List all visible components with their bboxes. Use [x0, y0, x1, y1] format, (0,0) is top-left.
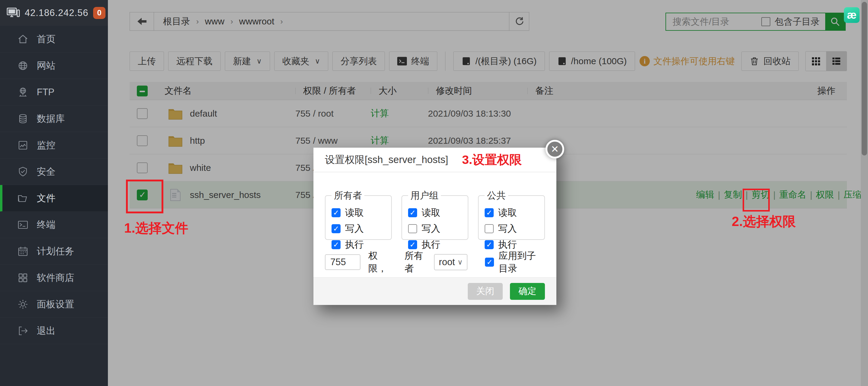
checkbox-checked-icon[interactable] — [332, 240, 341, 249]
sidebar-item-logout[interactable]: 退出 — [0, 318, 108, 344]
sidebar-item-label: 数据库 — [37, 112, 65, 125]
sidebar-item-label: 计划任务 — [37, 245, 74, 258]
public-group-legend: 公共 — [485, 189, 508, 202]
logout-icon — [18, 325, 28, 336]
annotation-step3: 3.设置权限 — [462, 152, 522, 168]
perm-option[interactable]: 执行 — [485, 238, 544, 251]
annotation-step1: 1.选择文件 — [124, 219, 188, 237]
checkbox-checked-icon[interactable] — [408, 240, 417, 249]
message-count-badge[interactable]: 0 — [93, 7, 105, 19]
perm-option[interactable]: 读取 — [332, 206, 391, 219]
sidebar-item-monitor[interactable]: 监控 — [0, 132, 108, 159]
aapanel-logo-badge[interactable]: æ — [844, 7, 860, 23]
sidebar-item-label: 网站 — [37, 59, 56, 72]
sidebar-item-sites[interactable]: 网站 — [0, 53, 108, 79]
confirm-button[interactable]: 确定 — [510, 283, 545, 300]
annotation-step2: 2.选择权限 — [732, 213, 796, 230]
owner-permission-group: 所有者 读取 写入 执行 — [325, 189, 392, 240]
sidebar: 42.186.242.56 0 首页 网站 FTP 数据库 监控 — [0, 0, 108, 386]
sidebar-item-label: 监控 — [37, 139, 56, 152]
home-icon — [18, 34, 28, 44]
perm-option-label: 读取 — [422, 206, 440, 219]
perm-option[interactable]: 执行 — [332, 238, 391, 251]
globe-icon — [18, 60, 28, 71]
perm-option[interactable]: 写入 — [485, 222, 544, 235]
perm-option[interactable]: 读取 — [408, 206, 468, 219]
server-header: 42.186.242.56 0 — [0, 0, 108, 26]
perm-option-label: 写入 — [345, 222, 364, 235]
group-permission-group: 用户组 读取 写入 执行 — [401, 189, 468, 240]
owner-select-value: root — [439, 257, 455, 267]
owner-group-legend: 所有者 — [332, 189, 364, 202]
checkbox-checked-icon[interactable] — [485, 258, 494, 267]
sidebar-item-label: 面板设置 — [37, 298, 74, 311]
sidebar-item-security[interactable]: 安全 — [0, 159, 108, 185]
bt-panel-app: 42.186.242.56 0 首页 网站 FTP 数据库 监控 — [0, 0, 868, 386]
sidebar-item-home[interactable]: 首页 — [0, 26, 108, 53]
perm-option-label: 读取 — [498, 206, 517, 219]
cancel-button[interactable]: 关闭 — [468, 283, 503, 300]
sidebar-item-database[interactable]: 数据库 — [0, 105, 108, 132]
public-permission-group: 公共 读取 写入 执行 — [478, 189, 545, 240]
perm-option-label: 读取 — [345, 206, 364, 219]
dialog-header: 设置权限[ssh_server_hosts] 3.设置权限 — [313, 148, 556, 172]
set-permissions-dialog: ✕ 设置权限[ssh_server_hosts] 3.设置权限 所有者 读取 写… — [313, 148, 556, 305]
dialog-body: 所有者 读取 写入 执行 用户组 读取 写入 执行 公共 读取 写入 执行 — [313, 172, 556, 275]
sidebar-item-ftp[interactable]: FTP — [0, 79, 108, 105]
checkbox-checked-icon[interactable] — [485, 240, 494, 249]
folder-icon — [18, 193, 28, 204]
permission-value-row: 权限， 所有者 root ∨ 应用到子目录 — [325, 250, 545, 275]
monitor-icon — [18, 140, 28, 151]
sidebar-item-label: 安全 — [37, 165, 56, 178]
group-group-legend: 用户组 — [408, 189, 441, 202]
checkbox-checked-icon[interactable] — [332, 208, 341, 217]
appstore-icon — [18, 272, 28, 283]
perm-option-label: 执行 — [498, 238, 517, 251]
checkbox-checked-icon[interactable] — [408, 208, 417, 217]
sidebar-item-terminal[interactable]: 终端 — [0, 212, 108, 238]
annotation-box-permission-link — [743, 189, 770, 212]
sidebar-item-label: 终端 — [37, 219, 56, 231]
permission-groups: 所有者 读取 写入 执行 用户组 读取 写入 执行 公共 读取 写入 执行 — [325, 189, 545, 240]
perm-option-label: 执行 — [345, 238, 364, 251]
permission-value-input[interactable] — [325, 254, 361, 270]
permission-label: 权限， — [368, 250, 393, 275]
perm-option-label: 写入 — [422, 222, 440, 235]
checkbox-checked-icon[interactable] — [332, 224, 341, 233]
perm-option[interactable]: 写入 — [408, 222, 468, 235]
checkbox-unchecked-icon[interactable] — [485, 224, 494, 233]
owner-label: 所有者 — [404, 250, 429, 275]
server-monitor-icon — [7, 7, 20, 19]
perm-option-label: 执行 — [422, 238, 440, 251]
checkbox-checked-icon[interactable] — [485, 208, 494, 217]
sidebar-item-settings[interactable]: 面板设置 — [0, 291, 108, 318]
sidebar-item-label: 软件商店 — [37, 271, 74, 284]
shield-icon — [18, 166, 28, 177]
sidebar-item-label: 退出 — [37, 324, 56, 337]
perm-option[interactable]: 执行 — [408, 238, 468, 251]
checkbox-unchecked-icon[interactable] — [408, 224, 417, 233]
sidebar-item-files[interactable]: 文件 — [0, 185, 108, 212]
chevron-down-icon: ∨ — [458, 258, 463, 266]
server-ip: 42.186.242.56 — [25, 7, 88, 19]
owner-select[interactable]: root ∨ — [434, 254, 467, 270]
apply-subdir-option[interactable]: 应用到子目录 — [485, 250, 545, 275]
perm-option-label: 写入 — [498, 222, 517, 235]
sidebar-item-label: 首页 — [37, 33, 56, 45]
dialog-footer: 关闭 确定 — [313, 277, 556, 305]
perm-option[interactable]: 写入 — [332, 222, 391, 235]
sidebar-item-label: FTP — [37, 87, 55, 98]
terminal-icon — [18, 219, 28, 230]
sidebar-item-label: 文件 — [37, 192, 56, 204]
database-icon — [18, 113, 28, 124]
sidebar-item-cron[interactable]: 计划任务 — [0, 238, 108, 264]
sidebar-nav: 首页 网站 FTP 数据库 监控 安全 — [0, 26, 108, 344]
ftp-icon — [18, 87, 28, 98]
close-icon[interactable]: ✕ — [546, 140, 564, 159]
apply-subdir-label: 应用到子目录 — [498, 250, 545, 275]
annotation-box-select-file — [126, 180, 163, 213]
sidebar-item-appstore[interactable]: 软件商店 — [0, 264, 108, 291]
dialog-title: 设置权限[ssh_server_hosts] — [325, 153, 448, 167]
calendar-icon — [18, 246, 28, 257]
perm-option[interactable]: 读取 — [485, 206, 544, 219]
